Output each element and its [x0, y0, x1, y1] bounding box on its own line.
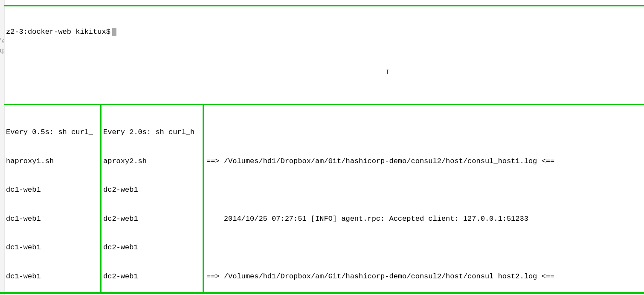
log-file-header: ==> /Volumes/hd1/Dropbox/am/Git/hashicor…: [206, 157, 642, 166]
watch-pane-2[interactable]: Every 2.0s: sh curl_h aproxy2.sh dc2-web…: [102, 105, 204, 292]
log-line: [206, 243, 642, 253]
shell-prompt-line[interactable]: z2-3:docker-web kikitux$: [6, 27, 644, 37]
watch-output-row: dc2-web1: [103, 272, 201, 282]
watch-pane-1[interactable]: Every 0.5s: sh curl_ haproxy1.sh dc1-web…: [4, 105, 102, 292]
text-cursor-icon: I: [386, 67, 389, 77]
watch-output-row: dc2-web1: [103, 214, 201, 224]
terminal-screen: /e ap z2-3:docker-web kikitux$ I Every 0…: [0, 0, 644, 295]
top-shell-pane[interactable]: z2-3:docker-web kikitux$ I: [6, 8, 644, 102]
bottom-panes: Every 0.5s: sh curl_ haproxy1.sh dc1-web…: [4, 105, 644, 292]
log-line: 2014/10/25 07:27:51 [INFO] agent.rpc: Ac…: [206, 214, 642, 224]
shell-prompt: z2-3:docker-web kikitux$: [6, 27, 110, 37]
log-line: [206, 185, 642, 195]
watch-output-row: dc1-web1: [6, 243, 99, 253]
watch-output-row: dc2-web1: [103, 243, 201, 253]
gutter-glyph: ap: [0, 46, 5, 56]
watch-header: Every 0.5s: sh curl_: [6, 128, 99, 137]
log-file-header: ==> /Volumes/hd1/Dropbox/am/Git/hashicor…: [206, 272, 642, 282]
watch-output-row: dc1-web1: [6, 185, 99, 195]
log-line: [206, 128, 642, 137]
watch-output-row: dc1-web1: [6, 272, 99, 282]
watch-output-row: dc2-web1: [103, 185, 201, 195]
watch-output-row: dc1-web1: [6, 214, 99, 224]
watch-script: aproxy2.sh: [103, 157, 201, 166]
tmux-divider-top: [4, 5, 644, 6]
watch-header: Every 2.0s: sh curl_h: [103, 128, 201, 137]
shell-cursor-icon: [112, 28, 116, 36]
tail-log-pane[interactable]: ==> /Volumes/hd1/Dropbox/am/Git/hashicor…: [204, 105, 644, 292]
watch-script: haproxy1.sh: [6, 157, 99, 166]
gutter-glyph: /e: [0, 37, 5, 47]
